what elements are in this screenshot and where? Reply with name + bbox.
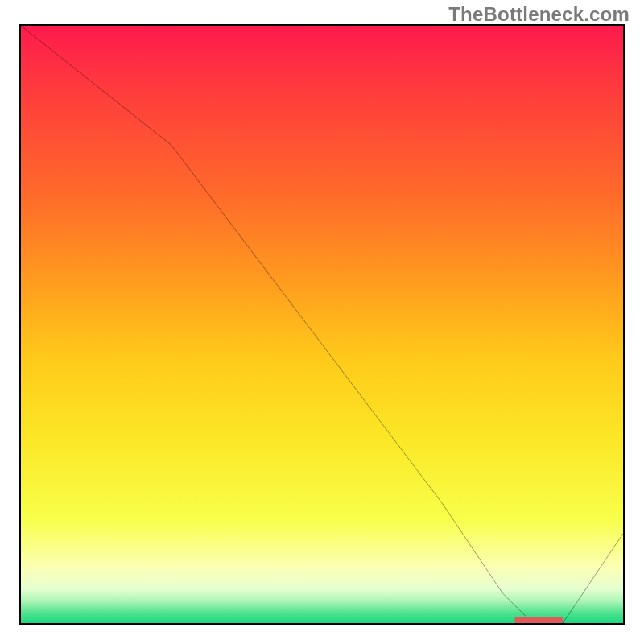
plot-area [19,24,625,625]
optimal-marker [514,617,563,623]
line-plot [21,26,623,623]
performance-curve [21,26,623,623]
chart-container: TheBottleneck.com [0,0,644,644]
watermark-text: TheBottleneck.com [448,3,630,26]
